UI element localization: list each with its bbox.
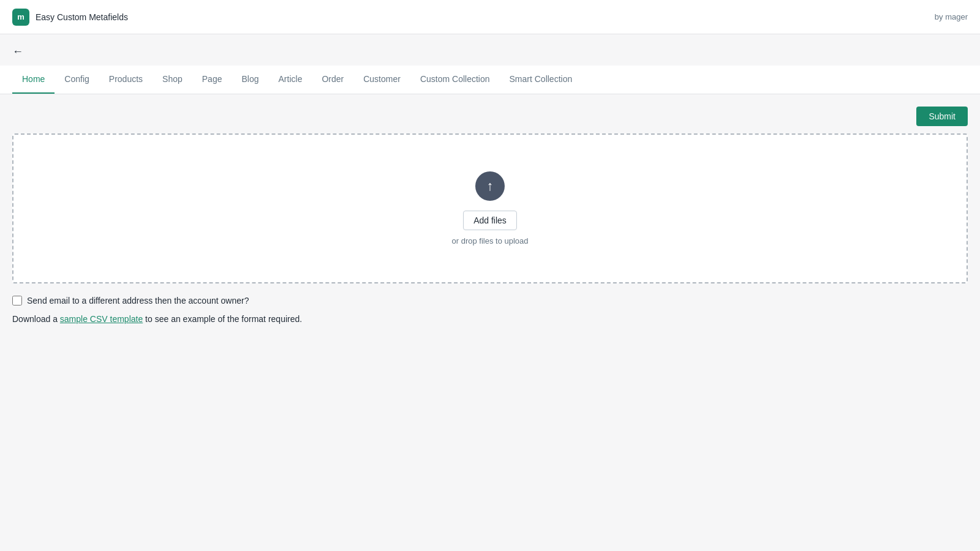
download-prefix: Download a — [12, 314, 60, 324]
back-button[interactable]: ← — [12, 43, 23, 61]
drop-hint-text: or drop files to upload — [451, 236, 528, 246]
upload-arrow-icon: ↑ — [487, 179, 494, 193]
email-checkbox-row: Send email to a different address then t… — [12, 296, 968, 305]
action-row: Submit — [12, 107, 968, 126]
tab-order[interactable]: Order — [312, 66, 353, 94]
tab-customer[interactable]: Customer — [353, 66, 410, 94]
download-section: Download a sample CSV template to see an… — [12, 314, 968, 324]
tab-article[interactable]: Article — [269, 66, 312, 94]
tab-shop[interactable]: Shop — [153, 66, 192, 94]
email-different-address-checkbox[interactable] — [12, 296, 22, 305]
email-checkbox-label[interactable]: Send email to a different address then t… — [27, 296, 249, 305]
tab-home[interactable]: Home — [12, 66, 55, 94]
header-by-text: by mager — [935, 12, 968, 21]
tabs-container: Home Config Products Shop Page Blog Arti… — [0, 66, 980, 94]
app-logo: m — [12, 9, 29, 26]
tab-config[interactable]: Config — [55, 66, 99, 94]
main-content: Submit ↑ Add files or drop files to uplo… — [0, 94, 980, 336]
logo-letter: m — [17, 12, 24, 21]
add-files-button[interactable]: Add files — [463, 211, 517, 230]
header-left: m Easy Custom Metafields — [12, 9, 128, 26]
download-suffix: to see an example of the format required… — [143, 314, 302, 324]
back-area: ← — [0, 34, 980, 61]
tab-products[interactable]: Products — [99, 66, 153, 94]
app-header: m Easy Custom Metafields by mager — [0, 0, 980, 34]
file-drop-zone[interactable]: ↑ Add files or drop files to upload — [12, 133, 968, 283]
app-title: Easy Custom Metafields — [36, 12, 128, 22]
upload-icon-circle: ↑ — [475, 171, 505, 201]
submit-button[interactable]: Submit — [916, 107, 968, 126]
tab-blog[interactable]: Blog — [232, 66, 268, 94]
tab-smart-collection[interactable]: Smart Collection — [500, 66, 582, 94]
tab-page[interactable]: Page — [192, 66, 232, 94]
tab-custom-collection[interactable]: Custom Collection — [410, 66, 500, 94]
csv-template-link[interactable]: sample CSV template — [60, 314, 143, 324]
